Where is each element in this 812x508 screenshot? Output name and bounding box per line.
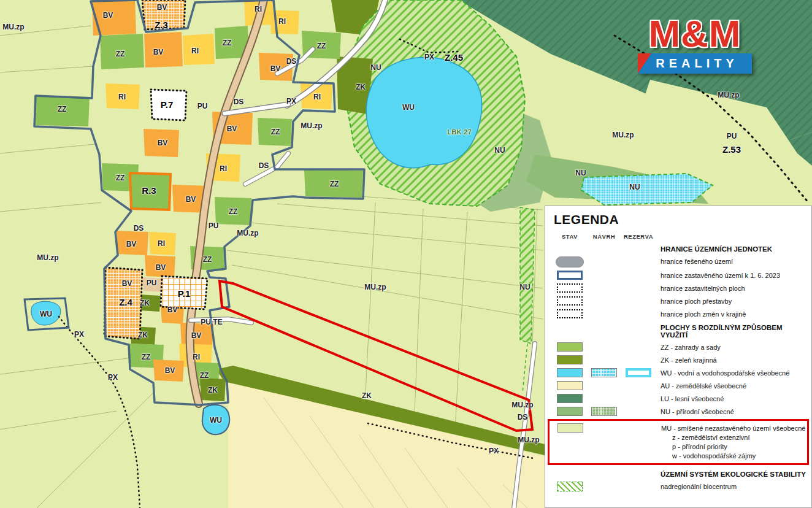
legend-swatch-hatch: [591, 368, 617, 377]
logo-mm-text: M&M: [638, 16, 752, 51]
legend-row: hranice zastavěného území k 1. 6. 2023: [553, 271, 808, 280]
legend-swatch-outline: [557, 271, 583, 280]
legend-swatch-solid: [557, 423, 583, 433]
legend-row-sublabel: z - zemědělství extenzivní: [672, 433, 805, 442]
legend-row-label: nadregionální biocentrum: [661, 482, 737, 491]
mm-reality-logo: M&M REALITY: [638, 16, 752, 74]
zone-z3: [142, 0, 185, 29]
legend-row-label: MU - smíšené nezastavěného území všeobec…: [661, 424, 805, 433]
legend-swatch-solid: [557, 407, 583, 416]
legend-row: ZK - zeleň krajinná: [553, 355, 808, 365]
legend-row-label: ZZ - zahrady a sady: [661, 343, 721, 352]
legend-column-headers: STAV NÁVRH REZERVA: [553, 233, 808, 240]
legend-swatch-solid: [557, 368, 583, 377]
legend-row-label: NU - přírodní všeobecné: [661, 407, 734, 417]
legend-swatch-dotted: [557, 309, 583, 318]
zone-z4: [104, 267, 142, 339]
legend-row: hranice zastavitelných ploch: [553, 283, 808, 293]
zoning-map-screenshot: MU.zpBVBVZ.3RIRIZZZZBVRIDSBVZZNUZKPXZ.45…: [0, 0, 812, 508]
legend-col-navrh: NÁVRH: [587, 233, 621, 240]
legend-swatch-dotted: [557, 283, 583, 293]
legend-swatch-dotted: [557, 296, 583, 306]
legend-row: hranice řešeného území: [553, 256, 808, 267]
legend-row: AU - zemědělské všeobecné: [553, 381, 808, 391]
legend-row-sublabel: p - přírodní priority: [672, 442, 805, 452]
legend-row-label: hranice ploch přestavby: [661, 297, 732, 306]
legend-row: NU - přírodní všeobecné: [553, 407, 808, 417]
legend-row: ZZ - zahrady a sady: [553, 342, 808, 352]
legend-swatch-hatch-diag: [557, 482, 583, 491]
legend-row-label: ZK - zeleň krajinná: [661, 356, 717, 365]
zone-r3: [130, 173, 170, 210]
legend-row-label: WU - vodní a vodohospodářské všeobecné: [661, 369, 789, 378]
wu-pond-village: [202, 405, 230, 434]
legend-row: WU - vodní a vodohospodářské všeobecné: [553, 368, 808, 378]
legend-row-label: AU - zemědělské všeobecné: [661, 382, 746, 391]
legend-swatch-solid: [557, 394, 583, 403]
logo-bar: REALITY: [638, 53, 752, 74]
legend-row: MU - smíšené nezastavěného území všeobec…: [548, 419, 809, 464]
legend-row-sublabel: w - vodohospodářské zájmy: [672, 452, 805, 461]
wu-pond-main: [366, 57, 481, 167]
zone-p1: [161, 276, 207, 309]
zone-p7: [151, 90, 186, 120]
legend-col-stav: STAV: [553, 233, 587, 240]
legend-row-label: hranice řešeného území: [661, 257, 733, 266]
legend-title: LEGENDA: [554, 212, 808, 227]
legend-row: hranice ploch změn v krajině: [553, 309, 808, 319]
legend-row-label: hranice zastavěného území k 1. 6. 2023: [661, 271, 780, 280]
legend-section-heading: PLOCHY S ROZDÍLNÝM ZPŮSOBEM VYUŽITÍ: [661, 324, 808, 339]
legend-row-label: hranice ploch změn v krajině: [661, 310, 746, 319]
legend-col-rezerva: REZERVA: [621, 233, 656, 240]
legend-section-heading: HRANICE ÚZEMNÍCH JEDNOTEK: [661, 245, 808, 253]
legend-swatch-outline-thick: [626, 368, 651, 377]
legend-swatch-solid: [557, 342, 583, 352]
legend-panel: LEGENDA STAV NÁVRH REZERVA HRANICE ÚZEMN…: [545, 206, 812, 508]
logo-triangle-icon: [638, 53, 651, 74]
legend-row: LU - lesní všeobecné: [553, 394, 808, 404]
logo-reality-text: REALITY: [651, 56, 738, 71]
legend-swatch-solid: [557, 381, 583, 390]
wu-pond-planned: [581, 174, 713, 205]
legend-row-label: LU - lesní všeobecné: [661, 394, 724, 404]
legend-sections: HRANICE ÚZEMNÍCH JEDNOTEKhranice řešenéh…: [551, 245, 808, 491]
legend-swatch-solid: [557, 355, 583, 364]
legend-row: hranice ploch přestavby: [553, 296, 808, 306]
legend-row-label: hranice zastavitelných ploch: [661, 284, 745, 293]
legend-row: nadregionální biocentrum: [553, 482, 808, 491]
legend-swatch-rounded-solid: [556, 256, 584, 267]
legend-section-heading: ÚZEMNÍ SYSTÉM EKOLOGICKÉ STABILITY: [661, 471, 808, 478]
legend-swatch-hatch: [591, 407, 617, 416]
